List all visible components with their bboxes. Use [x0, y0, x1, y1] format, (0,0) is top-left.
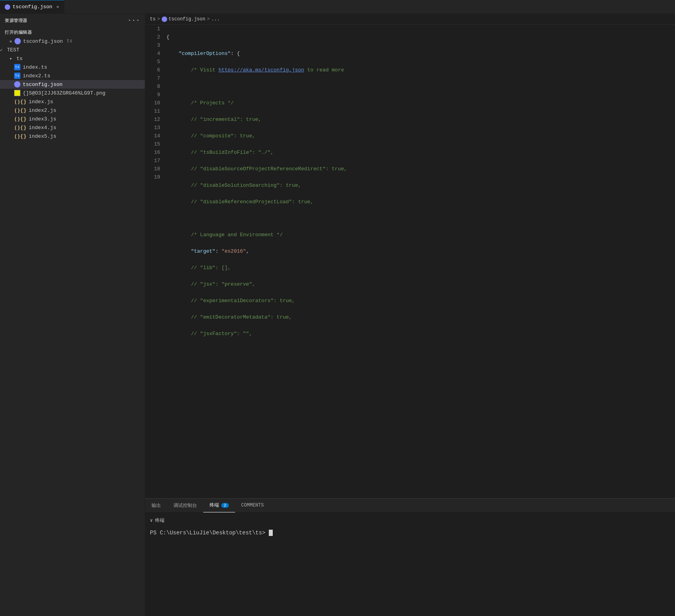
file-label: index2.js [29, 108, 56, 113]
code-line-6: // "incremental": true, [166, 115, 675, 124]
code-line-17: // "experimentalDecorators": true, [166, 297, 675, 305]
line-numbers: 1 2 3 4 5 6 7 8 9 10 11 12 13 14 15 16 1 [145, 25, 165, 498]
breadcrumb-more: ... [211, 16, 220, 22]
tab-tsconfig[interactable]: tsconfig.json ✕ [0, 0, 64, 14]
test-label: TEST [7, 47, 19, 53]
js-icon: (){} [14, 99, 26, 105]
breadcrumb-ts: ts [150, 16, 155, 22]
file-tsconfig-json[interactable]: tsconfig.json [0, 80, 145, 89]
breadcrumb-file: tsconfig.json [169, 16, 206, 22]
tab-terminal[interactable]: 终端 2 [203, 499, 235, 512]
terminal-badge: 2 [221, 503, 229, 508]
panel-content: ∨ 终端 PS C:\Users\LiuJie\Desktop\test\ts> [145, 512, 675, 616]
file-index2-ts[interactable]: ts index2.ts [0, 71, 145, 80]
code-line-16: // "jsx": "preserve", [166, 280, 675, 288]
file-index3-js[interactable]: (){} index3.js [0, 115, 145, 123]
file-label: tsconfig.json [23, 82, 62, 87]
editor-area: ts > tsconfig.json > ... 1 2 3 4 5 6 7 8 [145, 14, 675, 498]
test-arrow: ✓ [0, 47, 5, 53]
file-label: index.ts [23, 64, 47, 70]
js-icon: (){} [14, 133, 26, 139]
code-line-3: /* Visit https://aka.ms/tsconfig.json to… [166, 66, 675, 74]
breadcrumb-icon [162, 16, 167, 22]
tab-comments-label: COMMENTS [241, 503, 264, 508]
file-index-js[interactable]: (){} index.js [0, 97, 145, 106]
open-file-lang: ts [67, 38, 72, 44]
code-line-12 [166, 214, 675, 222]
panel-area: 输出 调试控制台 终端 2 COMMENTS ∨ 终端 [145, 498, 675, 616]
code-line-5: /* Projects */ [166, 99, 675, 107]
ts-folder[interactable]: ▾ ts [0, 54, 145, 63]
file-label: index5.js [29, 133, 56, 139]
code-line-11: // "disableReferencedProjectLoad": true, [166, 198, 675, 206]
close-icon[interactable]: ✕ [9, 39, 12, 44]
open-file-label: tsconfig.json [23, 38, 63, 44]
tab-terminal-label: 终端 [210, 502, 219, 508]
breadcrumb-sep2: > [207, 16, 210, 22]
tab-output[interactable]: 输出 [145, 499, 167, 512]
file-label: index2.ts [23, 73, 50, 79]
tsconfig-icon [5, 4, 10, 10]
terminal-title-label: 终端 [155, 517, 164, 524]
js-icon: (){} [14, 125, 26, 131]
terminal-prompt[interactable]: PS C:\Users\LiuJie\Desktop\test\ts> [150, 527, 670, 539]
code-line-4 [166, 82, 675, 91]
ts-icon: ts [14, 73, 20, 79]
code-line-15: // "lib": [], [166, 264, 675, 272]
sidebar-more-icon[interactable]: ··· [128, 17, 140, 24]
code-line-14: "target": "es2016", [166, 247, 675, 255]
tab-close-button[interactable]: ✕ [56, 4, 59, 10]
tab-bar: tsconfig.json ✕ [0, 0, 675, 14]
file-index-ts[interactable]: ts index.ts [0, 63, 145, 71]
breadcrumb-sep1: > [157, 16, 160, 22]
code-line-10: // "disableSolutionSearching": true, [166, 181, 675, 190]
code-line-19: // "jsxFactory": "", [166, 330, 675, 338]
json-file-icon [15, 38, 21, 44]
tab-comments[interactable]: COMMENTS [235, 499, 270, 512]
ts-folder-arrow: ▾ [9, 56, 14, 61]
js-icon: (){} [14, 116, 26, 122]
open-editors-section: 打开的编辑器 [0, 27, 145, 37]
open-file-tsconfig[interactable]: ✕ tsconfig.json ts [0, 37, 145, 46]
png-icon [14, 90, 20, 96]
code-line-2: "compilerOptions": { [166, 49, 675, 58]
code-line-1: { [166, 33, 675, 41]
code-line-9: // "disableSourceOfProjectReferenceRedir… [166, 165, 675, 173]
code-line-13: /* Language and Environment */ [166, 231, 675, 239]
code-editor[interactable]: 1 2 3 4 5 6 7 8 9 10 11 12 13 14 15 16 1 [145, 25, 675, 498]
test-root[interactable]: ✓ TEST [0, 46, 145, 54]
tab-label: tsconfig.json [13, 4, 52, 10]
code-line-18: // "emitDecoratorMetadata": true, [166, 313, 675, 321]
prompt-text: PS C:\Users\LiuJie\Desktop\test\ts> [150, 530, 268, 536]
code-line-7: // "composite": true, [166, 132, 675, 140]
tab-debug-console[interactable]: 调试控制台 [167, 499, 203, 512]
sidebar: 资源管理器 ··· 打开的编辑器 ✕ tsconfig.json ts ✓ TE… [0, 14, 145, 616]
sidebar-header: 资源管理器 ··· [0, 14, 145, 27]
file-index4-js[interactable]: (){} index4.js [0, 123, 145, 132]
file-label: index.js [29, 99, 53, 105]
json-icon [14, 81, 20, 87]
file-png[interactable]: {]S@O3[2JJ63ZGRG46%LG9T.png [0, 89, 145, 97]
breadcrumb: ts > tsconfig.json > ... [145, 14, 675, 25]
main-layout: 资源管理器 ··· 打开的编辑器 ✕ tsconfig.json ts ✓ TE… [0, 14, 675, 616]
cursor [269, 530, 273, 536]
ts-icon: ts [14, 64, 20, 70]
code-line-8: // "tsBuildInfoFile": "./", [166, 148, 675, 157]
tab-output-label: 输出 [151, 502, 161, 509]
js-icon: (){} [14, 108, 26, 113]
file-label: index3.js [29, 116, 56, 122]
tab-debug-label: 调试控制台 [173, 502, 197, 509]
file-label: {]S@O3[2JJ63ZGRG46%LG9T.png [23, 90, 106, 96]
sidebar-title: 资源管理器 [5, 18, 27, 24]
collapse-icon[interactable]: ∨ [150, 518, 153, 523]
file-index5-js[interactable]: (){} index5.js [0, 132, 145, 140]
code-content: { "compilerOptions": { /* Visit https://… [165, 25, 675, 498]
panel-tabs: 输出 调试控制台 终端 2 COMMENTS [145, 499, 675, 512]
ts-folder-label: ts [16, 56, 23, 62]
terminal-title: ∨ 终端 [150, 516, 670, 527]
file-index2-js[interactable]: (){} index2.js [0, 106, 145, 115]
file-label: index4.js [29, 125, 56, 131]
